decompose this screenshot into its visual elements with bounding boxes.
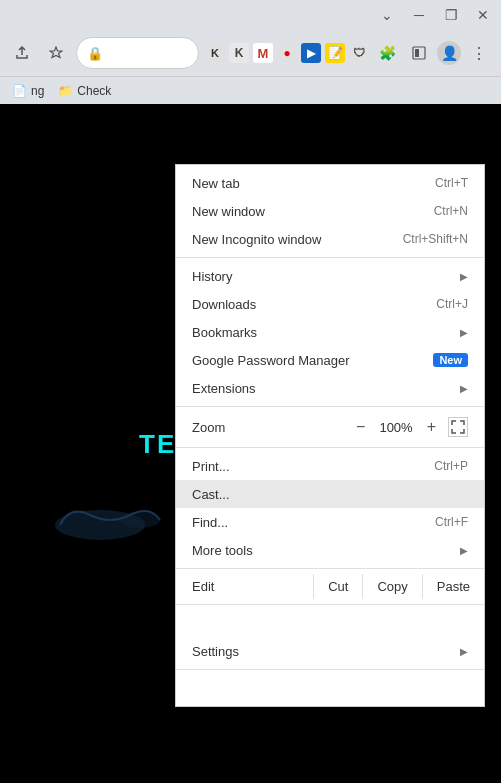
menu-extensions[interactable]: Extensions ▶: [176, 374, 484, 402]
menu-icon[interactable]: ⋮: [465, 39, 493, 67]
ext-icon-gmail[interactable]: M: [253, 43, 273, 63]
menu-new-incognito[interactable]: New Incognito window Ctrl+Shift+N: [176, 225, 484, 253]
zoom-fullscreen-btn[interactable]: [448, 417, 468, 437]
zoom-minus-btn[interactable]: −: [352, 418, 369, 436]
menu-downloads[interactable]: Downloads Ctrl+J: [176, 290, 484, 318]
ext-icon-shield[interactable]: 🛡: [349, 43, 369, 63]
bookmark-star-icon[interactable]: [42, 39, 70, 67]
menu-new-window[interactable]: New window Ctrl+N: [176, 197, 484, 225]
edit-label: Edit: [176, 573, 313, 600]
share-icon[interactable]: [8, 39, 36, 67]
menu-more-tools[interactable]: More tools ▶: [176, 536, 484, 564]
menu-exit[interactable]: [176, 674, 484, 702]
zoom-plus-btn[interactable]: +: [423, 418, 440, 436]
menu-password-manager[interactable]: Google Password Manager New: [176, 346, 484, 374]
browser-chrome: ⌄ ─ ❐ ✕ 🔒 K K M ● ▶ 📝 🛡 🧩: [0, 0, 501, 104]
restore-btn[interactable]: ❐: [441, 5, 461, 25]
separator-1: [176, 257, 484, 258]
menu-print[interactable]: Print... Ctrl+P: [176, 452, 484, 480]
ext-icon-karat[interactable]: K: [229, 43, 249, 63]
bookmark-check-label: Check: [77, 84, 111, 98]
menu-settings[interactable]: [176, 609, 484, 637]
lock-icon: 🔒: [87, 46, 103, 61]
edit-paste-btn[interactable]: Paste: [422, 574, 484, 599]
title-bar: ⌄ ─ ❐ ✕: [0, 0, 501, 30]
chevron-btn[interactable]: ⌄: [377, 5, 397, 25]
new-badge: New: [433, 353, 468, 367]
bookmark-ng-icon: 📄: [12, 84, 27, 98]
ext-icon-opera[interactable]: ●: [277, 43, 297, 63]
ext-icon-blue[interactable]: ▶: [301, 43, 321, 63]
menu-history[interactable]: History ▶: [176, 262, 484, 290]
page-content: TECHFOLLOWS New tab Ctrl+T New window Ct…: [0, 104, 501, 783]
menu-zoom[interactable]: Zoom − 100% +: [176, 411, 484, 443]
ext-icon-k[interactable]: K: [205, 43, 225, 63]
bookmark-check-icon: 📁: [58, 84, 73, 98]
menu-help[interactable]: Settings ▶: [176, 637, 484, 665]
menu-cast[interactable]: Cast...: [176, 480, 484, 508]
extensions-icon[interactable]: 🧩: [373, 39, 401, 67]
separator-3: [176, 447, 484, 448]
close-btn[interactable]: ✕: [473, 5, 493, 25]
edit-copy-btn[interactable]: Copy: [362, 574, 421, 599]
menu-edit-row: Edit Cut Copy Paste: [176, 573, 484, 600]
menu-new-tab[interactable]: New tab Ctrl+T: [176, 169, 484, 197]
address-bar[interactable]: 🔒: [76, 37, 199, 69]
menu-bookmarks[interactable]: Bookmarks ▶: [176, 318, 484, 346]
bookmark-check[interactable]: 📁 Check: [54, 82, 115, 100]
separator-6: [176, 669, 484, 670]
bookmark-bar: 📄 ng 📁 Check: [0, 76, 501, 104]
bookmark-ng[interactable]: 📄 ng: [8, 82, 48, 100]
reading-mode-icon[interactable]: [405, 39, 433, 67]
extension-icons: K K M ● ▶ 📝 🛡 🧩 👤 ⋮: [205, 39, 493, 67]
edit-cut-btn[interactable]: Cut: [313, 574, 362, 599]
svg-rect-1: [415, 49, 419, 57]
ext-icon-notepad[interactable]: 📝: [325, 43, 345, 63]
minimize-btn[interactable]: ─: [409, 5, 429, 25]
browser-toolbar: 🔒 K K M ● ▶ 📝 🛡 🧩 👤 ⋮: [0, 30, 501, 76]
separator-4: [176, 568, 484, 569]
separator-5: [176, 604, 484, 605]
context-menu: New tab Ctrl+T New window Ctrl+N New Inc…: [175, 164, 485, 707]
bookmark-ng-label: ng: [31, 84, 44, 98]
dolphin-image: [50, 495, 170, 545]
separator-2: [176, 406, 484, 407]
profile-icon[interactable]: 👤: [437, 41, 461, 65]
zoom-value: 100%: [373, 420, 418, 435]
menu-find[interactable]: Find... Ctrl+F: [176, 508, 484, 536]
